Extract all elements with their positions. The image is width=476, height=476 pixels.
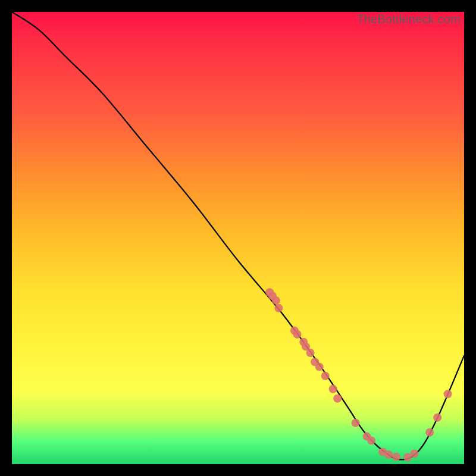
data-point-marker [425, 428, 434, 437]
bottleneck-curve-line [12, 12, 464, 459]
data-point-markers [265, 288, 452, 461]
data-point-marker [315, 363, 324, 371]
data-point-marker [329, 385, 337, 393]
data-point-marker [352, 419, 360, 427]
data-point-marker [321, 372, 330, 380]
data-point-marker [444, 390, 452, 398]
data-point-marker [293, 330, 302, 339]
chart-frame: TheBottleneck.com [12, 12, 464, 464]
data-point-marker [333, 394, 342, 403]
data-point-marker [306, 349, 315, 357]
chart-overlay [12, 12, 464, 464]
data-point-marker [392, 453, 400, 461]
data-point-marker [384, 450, 393, 459]
data-point-marker [272, 296, 280, 305]
data-point-marker [367, 437, 375, 445]
data-point-marker [274, 304, 283, 312]
data-point-marker [433, 414, 441, 422]
data-point-marker [410, 450, 418, 458]
